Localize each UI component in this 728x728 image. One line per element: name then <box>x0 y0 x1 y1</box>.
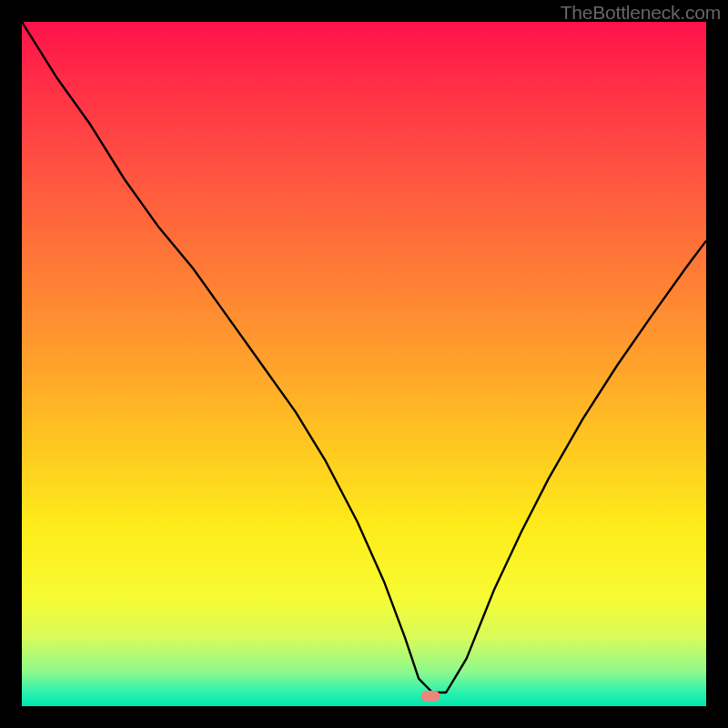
attribution-label: TheBottleneck.com <box>561 2 721 24</box>
optimal-point-marker <box>420 691 440 702</box>
bottleneck-curve <box>22 22 706 706</box>
chart-stage: TheBottleneck.com <box>0 0 728 728</box>
plot-area <box>22 22 706 706</box>
